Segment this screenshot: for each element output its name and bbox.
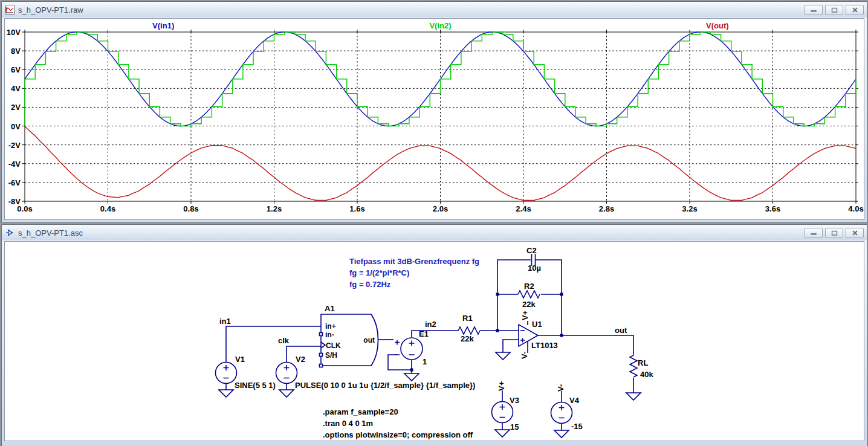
component-V1[interactable]	[216, 363, 237, 384]
label-V3-ref[interactable]: V3	[510, 396, 519, 405]
x-axis-label: 0.8s	[183, 204, 198, 213]
y-axis-label: 0V	[11, 122, 21, 131]
pin-label-inplus: in+	[325, 322, 336, 331]
schematic-window-title: s_h_OPV-PT1.asc	[18, 228, 83, 238]
label-C2-value[interactable]: 10µ	[528, 263, 541, 273]
label-C2-ref[interactable]: C2	[526, 246, 537, 255]
net-label-clk[interactable]: clk	[278, 336, 290, 345]
net-label-vminus-u1[interactable]: V-	[520, 352, 529, 359]
pin-label-clk: CLK	[326, 341, 341, 350]
y-axis-label: 4V	[11, 84, 21, 93]
x-axis-label: 4.0s	[848, 204, 863, 213]
schematic-window-icon	[5, 228, 15, 238]
x-axis-label: 0.0s	[17, 204, 32, 213]
schematic-canvas[interactable]: in1 clk A1 in+ in- CLK S/H out E1 1 in2 …	[4, 241, 864, 441]
label-V1-value[interactable]: SINE(5 5 1)	[235, 381, 276, 390]
comment-text[interactable]: Tiefpass mit 3dB-Grenzfrequenz fg fg = 1…	[349, 257, 479, 289]
x-axis-label: 3.2s	[682, 204, 697, 213]
schematic-window: s_h_OPV-PT1.asc	[1, 224, 867, 446]
waveform-window: s_h_OPV-PT1.raw 10V8V6V4V2V0V-2V-4V-6V-8…	[1, 1, 867, 223]
component-V4[interactable]	[551, 402, 572, 424]
component-E1[interactable]	[395, 338, 423, 360]
trace-label-V(out)[interactable]: V(out)	[706, 21, 729, 30]
label-R2-value[interactable]: 22k	[522, 300, 536, 309]
label-A1-ref[interactable]: A1	[325, 304, 335, 313]
restore-button[interactable]	[825, 228, 843, 238]
component-RL[interactable]	[630, 355, 637, 377]
label-R2-ref[interactable]: R2	[524, 282, 534, 291]
minimize-button[interactable]	[805, 5, 823, 15]
minimize-button[interactable]	[805, 228, 823, 238]
label-U1-ref[interactable]: U1	[532, 320, 542, 329]
schematic-titlebar[interactable]: s_h_OPV-PT1.asc	[2, 225, 867, 241]
svg-text:.options plotwinsize=0; compre: .options plotwinsize=0; compression off	[323, 430, 473, 439]
close-button[interactable]	[846, 5, 864, 15]
label-RL-ref[interactable]: RL	[638, 358, 648, 367]
label-V2-value[interactable]: PULSE(0 10 0 1u 1u {1/2/f_sample} {1/f_s…	[295, 381, 475, 390]
net-label-in2[interactable]: in2	[425, 320, 436, 329]
trace-label-V(in2)[interactable]: V(in2)	[429, 21, 451, 30]
svg-text:Tiefpass mit 3dB-Grenzfrequenz: Tiefpass mit 3dB-Grenzfrequenz fg	[349, 257, 479, 266]
y-axis-label: 2V	[11, 103, 21, 112]
label-V1-ref[interactable]: V1	[235, 355, 245, 364]
label-V4-value[interactable]: -15	[571, 422, 583, 431]
label-E1-value[interactable]: 1	[423, 357, 427, 366]
component-V2[interactable]	[276, 363, 297, 384]
pin-label-out: out	[363, 336, 375, 344]
restore-button[interactable]	[825, 5, 843, 15]
net-label-out[interactable]: out	[615, 326, 627, 335]
component-R2[interactable]	[518, 291, 540, 298]
y-axis-label: -2V	[8, 141, 21, 150]
pin-label-inminus: in-	[325, 331, 334, 339]
x-axis-label: 0.4s	[100, 204, 115, 213]
y-axis-label: 6V	[11, 65, 21, 74]
y-axis-label: 8V	[11, 47, 21, 56]
spice-directives[interactable]: .param f_sample=20 .tran 0 4 0 1m .optio…	[323, 407, 473, 439]
pin-label-sh: S/H	[325, 351, 337, 360]
trace-label-V(in1)[interactable]: V(in1)	[152, 21, 174, 30]
x-axis-label: 3.6s	[765, 204, 780, 213]
close-button[interactable]	[846, 228, 864, 238]
y-axis-label: -6V	[8, 178, 21, 187]
label-RL-value[interactable]: 40k	[640, 370, 653, 379]
x-axis-label: 2.8s	[599, 204, 614, 213]
component-R1[interactable]	[458, 327, 480, 334]
label-V2-ref[interactable]: V2	[296, 355, 305, 364]
waveform-window-title: s_h_OPV-PT1.raw	[18, 5, 83, 15]
waveform-titlebar[interactable]: s_h_OPV-PT1.raw	[2, 2, 867, 18]
waveform-window-icon	[5, 5, 15, 15]
x-axis-label: 2.0s	[433, 204, 448, 213]
net-label-vminus-v4[interactable]: V-	[556, 384, 565, 392]
svg-text:fg = 1/(2*pi*R*C): fg = 1/(2*pi*R*C)	[349, 268, 409, 277]
waveform-plot-area[interactable]: 10V8V6V4V2V0V-2V-4V-6V-8V0.0s0.4s0.8s1.2…	[4, 18, 864, 220]
x-axis-label: 2.4s	[516, 204, 531, 213]
y-axis-label: -4V	[8, 160, 21, 169]
label-R1-ref[interactable]: R1	[462, 314, 473, 323]
x-axis-label: 1.2s	[267, 204, 282, 213]
net-label-vplus-u1[interactable]: V+	[520, 310, 530, 320]
label-E1-ref[interactable]: E1	[419, 329, 429, 338]
label-V4-ref[interactable]: V4	[569, 396, 580, 405]
svg-text:fg = 0.72Hz: fg = 0.72Hz	[349, 280, 391, 289]
y-axis-label: 10V	[7, 28, 21, 37]
x-axis-label: 1.6s	[349, 204, 364, 213]
label-U1-value[interactable]: LT1013	[531, 341, 558, 350]
junctions	[410, 293, 563, 372]
net-label-vplus-v3[interactable]: V+	[497, 381, 506, 391]
svg-text:.param f_sample=20: .param f_sample=20	[323, 407, 398, 416]
svg-text:.tran 0 4 0 1m: .tran 0 4 0 1m	[323, 419, 373, 428]
label-V3-value[interactable]: 15	[510, 422, 519, 431]
label-R1-value[interactable]: 22k	[461, 334, 474, 343]
net-label-in1[interactable]: in1	[219, 317, 231, 326]
